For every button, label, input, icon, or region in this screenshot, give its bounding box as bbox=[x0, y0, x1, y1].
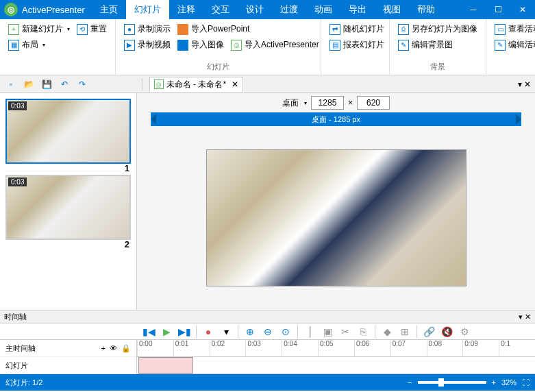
close-button[interactable]: ✕ bbox=[510, 0, 535, 19]
insert-button[interactable]: ⎘ bbox=[357, 326, 369, 338]
timeline-area: 主时间轴 +👁🔒 幻灯片 0:00 0:01 0:02 0:03 0:04 0:… bbox=[0, 340, 535, 374]
zoom-value[interactable]: 32% bbox=[501, 378, 517, 387]
timeline-labels: 主时间轴 +👁🔒 幻灯片 bbox=[0, 340, 137, 373]
settings-button[interactable]: ⚙ bbox=[458, 326, 471, 338]
slide-thumb-1[interactable]: 0:03 1 bbox=[5, 99, 131, 164]
timeline-toolbar: ▮◀ ▶ ▶▮ ● ▾ ⊕ ⊖ ⊙ ⎮ ▣ ✂ ⎘ ◆ ⊞ 🔗 🔇 ⚙ bbox=[0, 323, 535, 340]
view-window-button[interactable]: ▭查看活动窗口 bbox=[492, 22, 535, 36]
maximize-button[interactable]: ☐ bbox=[486, 0, 510, 19]
document-tab[interactable]: ◎ 未命名 - 未命名* ✕ bbox=[149, 77, 243, 92]
record-demo-button[interactable]: ●录制演示 bbox=[121, 22, 173, 36]
layout-button[interactable]: ▦布局▾ bbox=[5, 38, 48, 52]
mute-button[interactable]: 🔇 bbox=[440, 326, 453, 338]
prev-frame-button[interactable]: ▮◀ bbox=[142, 326, 155, 338]
slide-preview[interactable] bbox=[206, 149, 466, 286]
random-slide-button[interactable]: ⇄随机幻灯片 bbox=[327, 22, 387, 36]
redo-button[interactable]: ↷ bbox=[75, 77, 89, 91]
tab-annotation[interactable]: 注释 bbox=[169, 0, 203, 19]
slide-duration: 0:03 bbox=[8, 177, 27, 186]
main-area: 0:03 1 0:03 2 桌面 ▾ × 桌面 - 1285 px bbox=[0, 93, 535, 310]
slide-number: 2 bbox=[125, 239, 129, 249]
tab-home[interactable]: 主页 bbox=[92, 0, 126, 19]
new-doc-button[interactable]: ▫ bbox=[4, 77, 18, 91]
snap-button[interactable]: ⊞ bbox=[399, 326, 411, 338]
ruler-text: 桌面 - 1285 px bbox=[312, 114, 360, 125]
reset-button[interactable]: ⟲重置 bbox=[74, 22, 110, 36]
chevron-down-icon: ▾ bbox=[67, 26, 70, 32]
plus-icon: + bbox=[8, 24, 19, 35]
marker-button[interactable]: ◆ bbox=[381, 326, 393, 338]
new-slide-button[interactable]: +新建幻灯片▾ bbox=[5, 22, 73, 36]
tab-animation[interactable]: 动画 bbox=[306, 0, 340, 19]
app-logo-icon: ◎ bbox=[4, 3, 18, 16]
group-label-slide: 幻灯片 bbox=[121, 62, 315, 72]
width-input[interactable] bbox=[311, 96, 344, 110]
zoom-fit-button[interactable]: ⊙ bbox=[279, 326, 292, 338]
random-icon: ⇄ bbox=[329, 24, 340, 35]
link-button[interactable]: 🔗 bbox=[423, 326, 435, 338]
cut-button[interactable]: ✂ bbox=[339, 326, 351, 338]
timeline-menu-icon[interactable]: ▾ ✕ bbox=[519, 313, 531, 321]
play-button[interactable]: ▶ bbox=[160, 326, 173, 338]
split-button[interactable]: ⎮ bbox=[303, 326, 316, 338]
pin-icon[interactable]: ▾ ✕ bbox=[518, 79, 531, 89]
undo-button[interactable]: ↶ bbox=[58, 77, 71, 91]
eye-icon[interactable]: 👁 bbox=[110, 344, 117, 353]
titlebar: ◎ ActivePresenter 主页 幻灯片 注释 交互 设计 过渡 动画 … bbox=[0, 0, 535, 19]
edit-window-button[interactable]: ✎编辑活动窗口 bbox=[492, 38, 535, 52]
timeline-title: 时间轴 bbox=[4, 312, 27, 322]
edit-bg-button[interactable]: ✎编辑背景图 bbox=[395, 38, 456, 52]
save-image-icon: ⎙ bbox=[398, 24, 409, 35]
record-menu[interactable]: ▾ bbox=[220, 326, 232, 338]
tab-slide[interactable]: 幻灯片 bbox=[126, 0, 169, 19]
import-image-button[interactable]: 导入图像 bbox=[175, 38, 227, 52]
next-frame-button[interactable]: ▶▮ bbox=[178, 326, 190, 338]
import-ap-button[interactable]: ◎导入ActivePresenter bbox=[228, 38, 322, 52]
zoom-out-status[interactable]: − bbox=[408, 378, 412, 387]
zoom-thumb[interactable] bbox=[438, 378, 444, 387]
timeline-ruler[interactable]: 0:00 0:01 0:02 0:03 0:04 0:05 0:06 0:07 … bbox=[137, 340, 535, 357]
preview-image bbox=[207, 150, 466, 286]
tab-transition[interactable]: 过渡 bbox=[272, 0, 306, 19]
slide-thumb-2[interactable]: 0:03 2 bbox=[5, 175, 131, 240]
chevron-down-icon[interactable]: ▾ bbox=[304, 100, 307, 106]
canvas-content[interactable] bbox=[137, 126, 535, 310]
size-bar: 桌面 ▾ × bbox=[137, 93, 535, 112]
crop-button[interactable]: ▣ bbox=[321, 326, 334, 338]
zoom-in-button[interactable]: ⊕ bbox=[244, 326, 256, 338]
record-button[interactable]: ● bbox=[202, 326, 214, 338]
zoom-slider[interactable] bbox=[418, 381, 486, 384]
layout-icon: ▦ bbox=[8, 40, 19, 51]
height-input[interactable] bbox=[357, 96, 390, 110]
minimize-button[interactable]: ─ bbox=[461, 0, 486, 19]
save-button[interactable]: 💾 bbox=[40, 77, 53, 91]
save-as-image-button[interactable]: ⎙另存幻灯片为图像 bbox=[395, 22, 480, 36]
record-video-button[interactable]: ▶录制视频 bbox=[121, 38, 173, 52]
times-label: × bbox=[348, 98, 353, 108]
close-tab-icon[interactable]: ✕ bbox=[232, 79, 238, 89]
tab-view[interactable]: 视图 bbox=[375, 0, 409, 19]
quick-access-toolbar: ▫ 📂 💾 ↶ ↷ ◎ 未命名 - 未命名* ✕ ▾ ✕ bbox=[0, 75, 535, 93]
ruler-bar[interactable]: 桌面 - 1285 px bbox=[151, 112, 521, 126]
timeline-clip[interactable] bbox=[138, 357, 193, 373]
timeline-tracks[interactable]: 0:00 0:01 0:02 0:03 0:04 0:05 0:06 0:07 … bbox=[137, 340, 535, 373]
lock-icon[interactable]: 🔒 bbox=[121, 344, 131, 353]
slide-track-label[interactable]: 幻灯片 bbox=[0, 357, 136, 374]
chevron-down-icon: ▾ bbox=[42, 42, 45, 48]
main-track-label[interactable]: 主时间轴 +👁🔒 bbox=[0, 340, 136, 357]
tab-design[interactable]: 设计 bbox=[238, 0, 272, 19]
tab-export[interactable]: 导出 bbox=[340, 0, 375, 19]
report-slide-button[interactable]: ▤报表幻灯片 bbox=[327, 38, 387, 52]
zoom-out-button[interactable]: ⊖ bbox=[262, 326, 274, 338]
tab-help[interactable]: 帮助 bbox=[409, 0, 443, 19]
import-ppt-button[interactable]: 导入PowerPoint bbox=[175, 22, 252, 36]
zoom-in-status[interactable]: + bbox=[492, 378, 496, 387]
video-icon: ▶ bbox=[124, 40, 135, 51]
ppt-icon bbox=[177, 24, 188, 35]
fit-button[interactable]: ⛶ bbox=[522, 378, 530, 387]
window-controls: ─ ☐ ✕ bbox=[461, 0, 535, 19]
add-track-icon[interactable]: + bbox=[101, 344, 105, 353]
open-button[interactable]: 📂 bbox=[22, 77, 36, 91]
tab-interaction[interactable]: 交互 bbox=[203, 0, 238, 19]
report-icon: ▤ bbox=[329, 40, 340, 51]
